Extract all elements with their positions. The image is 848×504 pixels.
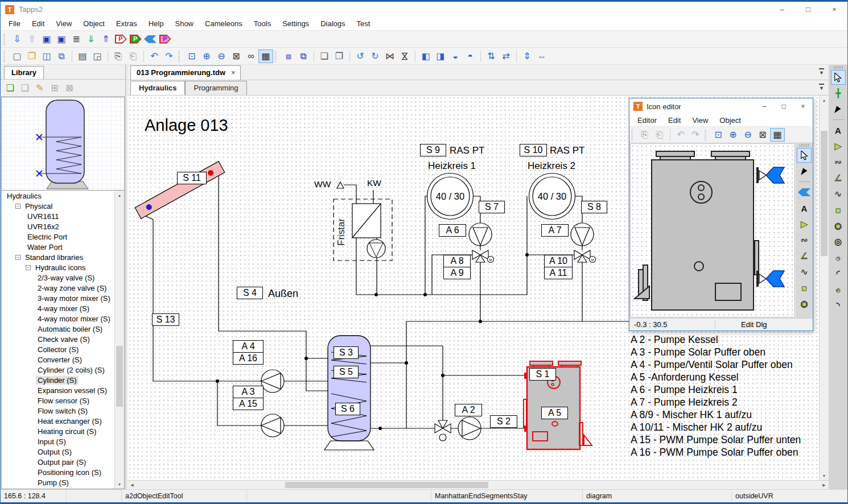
connector-flag-tool[interactable]: [797, 185, 812, 200]
print-button[interactable]: ▤: [75, 49, 90, 63]
sensor-box-s13[interactable]: S 13: [152, 313, 179, 326]
tab-programming[interactable]: Programming: [185, 81, 246, 95]
menu-item-file[interactable]: File: [3, 19, 26, 28]
canvas-vscroll-thumb[interactable]: [821, 131, 828, 256]
label-fristar[interactable]: Fristar: [336, 205, 347, 246]
actor-box-a9[interactable]: A 9: [443, 267, 471, 279]
polygon-arrow-tool[interactable]: ▶: [797, 217, 812, 232]
legend-line-6[interactable]: A 8/9 - Mischer HK 1 auf/zu: [631, 408, 801, 421]
legend-line-9[interactable]: A 16 - PWM Pumpe Solar Puffer oben: [631, 446, 801, 458]
download-to-controller-button[interactable]: ⇓: [84, 32, 98, 46]
actor-box-a3[interactable]: A 3: [233, 386, 264, 398]
tree-item-flow-sensor-s[interactable]: Flow sensor (S): [2, 395, 124, 406]
label-ww[interactable]: WW: [314, 179, 331, 189]
actor-box-a3-a15[interactable]: A 3 A 15: [233, 386, 264, 410]
maximize-button[interactable]: □: [795, 2, 821, 17]
tree-item-water-port[interactable]: Water Port: [2, 242, 124, 252]
tab-overflow-icon[interactable]: ▼: [819, 68, 824, 76]
tree-item-2-way-zone-valve-s[interactable]: 2-way zone valve (S): [2, 283, 124, 293]
flip-horizontal-button[interactable]: ⋈: [382, 49, 397, 63]
align-bottom-button[interactable]: ◒: [448, 49, 463, 63]
legend-line-0[interactable]: A 2 - Pumpe Kessel: [631, 333, 801, 346]
circle-tool[interactable]: ◉: [831, 218, 846, 233]
menu-item-dialogs[interactable]: Dialogs: [315, 19, 351, 28]
menu-item-view[interactable]: View: [686, 116, 714, 125]
connector-flag-button[interactable]: [143, 32, 158, 46]
actor-box-a4-a16[interactable]: A 4 A 16: [233, 340, 264, 365]
export-function-data-button[interactable]: ⇧: [24, 32, 39, 46]
canvas-vscrollbar[interactable]: ▲ ▼: [819, 96, 829, 480]
zoom-out-button[interactable]: ⊖: [214, 49, 229, 63]
sensor-box-s8[interactable]: S 8: [581, 201, 607, 213]
arc-tool[interactable]: ◜: [831, 266, 846, 281]
remove-library-button[interactable]: ⊠: [62, 81, 77, 95]
tab-overflow-icon[interactable]: ▼: [819, 84, 824, 91]
tree-item-4-way-motor-mixer-s[interactable]: 4-way motor mixer (S): [2, 313, 124, 324]
shape-paste-button[interactable]: ❐: [332, 49, 347, 63]
zoom-in-button[interactable]: ⊕: [726, 128, 740, 142]
sensor-box-s3[interactable]: S 3: [334, 346, 359, 359]
tree-collapse-icon[interactable]: −: [15, 204, 20, 209]
actor-box-a7[interactable]: A 7: [541, 224, 569, 237]
rotate-cw-90-button[interactable]: ↻: [368, 49, 382, 63]
tree-item-2-3-way-valve-s[interactable]: 2/3-way valve (S): [2, 272, 124, 283]
document-tab[interactable]: 013 Programmierung.tdw ×: [130, 65, 241, 80]
center-vertical-button[interactable]: ⇅: [484, 49, 499, 63]
sensor-box-s1[interactable]: S 1: [529, 368, 556, 381]
tree-item-heating-circuit-s[interactable]: Heating circuit (S): [2, 426, 124, 436]
rotate-ccw-90-button[interactable]: ↺: [353, 49, 368, 63]
zoom-window-button[interactable]: ⊡: [184, 49, 199, 63]
tree-item-hydraulics[interactable]: Hydraulics: [2, 191, 124, 201]
actor-box-a15[interactable]: A 15: [233, 398, 264, 410]
draw-arrow-tool[interactable]: [831, 102, 846, 117]
flip-vertical-button[interactable]: ⋈: [397, 49, 412, 63]
group-button[interactable]: ⧈: [281, 49, 296, 63]
pie-tool[interactable]: ◔: [831, 250, 846, 265]
align-right-button[interactable]: ◨: [433, 49, 448, 63]
actor-box-a8[interactable]: A 8: [443, 255, 471, 267]
tab-hydraulics[interactable]: Hydraulics: [130, 81, 185, 95]
scroll-right-icon[interactable]: ▶: [820, 481, 829, 489]
polyline-tool[interactable]: ∠: [797, 249, 812, 263]
tree-collapse-icon[interactable]: −: [15, 255, 20, 260]
program-run-button[interactable]: P: [128, 32, 143, 46]
tree-item-input-s[interactable]: Input (S): [2, 436, 124, 447]
menu-item-editor[interactable]: Editor: [632, 116, 662, 125]
scroll-down-icon[interactable]: ▼: [820, 471, 829, 480]
import-function-data-button[interactable]: ⇩: [10, 32, 24, 46]
legend-line-7[interactable]: A 10/11 - Mischer HK 2 auf/zu: [631, 421, 801, 433]
close-button[interactable]: ×: [821, 2, 847, 17]
tree-item-converter-s[interactable]: Converter (S): [2, 354, 124, 365]
tree-item-hydraulic-icons[interactable]: −Hydraulic icons: [2, 262, 124, 272]
tree-collapse-icon[interactable]: −: [26, 265, 31, 270]
spline-tool[interactable]: ∿: [797, 265, 812, 279]
tree-item-expansion-vessel-s[interactable]: Expansion vessel (S): [2, 385, 124, 395]
legend-line-4[interactable]: A 6 - Pumpe Heizkreis 1: [631, 383, 801, 396]
menu-item-object[interactable]: Object: [77, 19, 110, 28]
label-aussen[interactable]: Außen: [268, 288, 298, 300]
minimize-button[interactable]: –: [769, 2, 795, 17]
tab-close-icon[interactable]: ×: [231, 68, 236, 77]
program-pink-button[interactable]: P: [158, 32, 172, 46]
actor-box-a8-a9[interactable]: A 8 A 9: [443, 255, 471, 279]
sensor-box-s10[interactable]: S 10: [520, 144, 547, 156]
tree-item-check-valve-s[interactable]: Check valve (S): [2, 334, 124, 344]
sensor-box-s9[interactable]: S 9: [420, 144, 446, 156]
undo-button[interactable]: ↶: [147, 49, 162, 63]
menu-item-edit[interactable]: Edit: [26, 19, 50, 28]
rectangle-tool[interactable]: ■: [831, 203, 846, 217]
save-button[interactable]: ◫: [39, 49, 54, 63]
zoom-fit-button[interactable]: ⊠: [755, 128, 770, 142]
tree-item-heat-exchanger-s[interactable]: Heat exchanger (S): [2, 416, 124, 426]
canvas-hscroll-thumb[interactable]: [285, 482, 488, 488]
menu-item-object[interactable]: Object: [714, 116, 747, 125]
wire-tool[interactable]: ╋: [831, 86, 846, 101]
menu-item-tools[interactable]: Tools: [248, 19, 277, 28]
function-overview-2-button[interactable]: ▣: [54, 32, 69, 46]
menu-item-view[interactable]: View: [50, 19, 77, 28]
tree-item-automatic-boiler-s[interactable]: Automatic boiler (S): [2, 324, 124, 334]
pie-2-tool[interactable]: ◕: [831, 282, 846, 297]
select-tool[interactable]: [831, 70, 846, 85]
actor-box-a11[interactable]: A 11: [544, 267, 573, 279]
spline-tool[interactable]: ∿: [831, 187, 846, 201]
